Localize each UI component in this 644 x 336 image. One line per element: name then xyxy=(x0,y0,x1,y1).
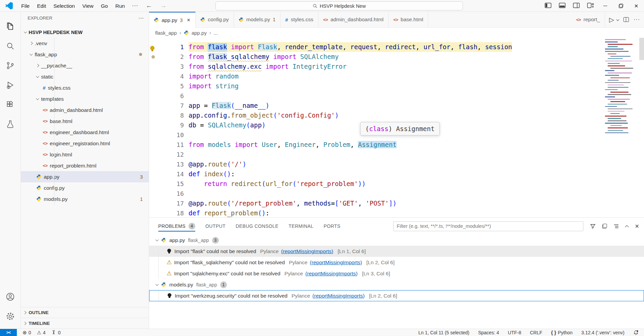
breadcrumb-item[interactable]: app.py xyxy=(192,30,207,36)
nav-back-button[interactable]: ← xyxy=(142,2,156,9)
problem-rule-link[interactable]: (reportMissingImports) xyxy=(312,293,365,299)
tree-root-folder[interactable]: HSVP HELPDESK NEW xyxy=(21,27,149,38)
problems-group-header[interactable]: models.pyflask_app1 xyxy=(149,279,644,290)
problems-group-header[interactable]: app.pyflask_app3 xyxy=(149,235,644,246)
tree-item-report-problem-html[interactable]: <>report_problem.html xyxy=(21,160,149,171)
tree-item-flask-app[interactable]: flask_app xyxy=(21,49,149,60)
panel-tab-problems[interactable]: PROBLEMS4 xyxy=(158,218,195,235)
indent-guide xyxy=(158,257,159,268)
vscode-logo-icon xyxy=(5,2,13,9)
close-button[interactable]: ✕ xyxy=(629,0,644,12)
settings-icon[interactable] xyxy=(3,306,18,326)
status-error[interactable]: ⊗0 xyxy=(23,330,31,336)
split-editor-icon[interactable] xyxy=(623,17,629,22)
tree-item-base-html[interactable]: <>base.html xyxy=(21,116,149,127)
filter-icon[interactable] xyxy=(590,224,596,229)
menu-run[interactable]: Run xyxy=(111,0,128,12)
status-utf-8[interactable]: UTF-8 xyxy=(508,330,521,335)
command-center-search[interactable]: HSVP Helpdesk New xyxy=(215,1,463,10)
status-python[interactable]: { }Python xyxy=(551,330,573,335)
toggle-sidebar-icon[interactable] xyxy=(545,3,551,9)
tree-item-engineer-registration-html[interactable]: <>engineer_registration.html xyxy=(21,138,149,149)
menu-file[interactable]: File xyxy=(18,0,33,12)
status-spaces-[interactable]: Spaces: 4 xyxy=(478,330,499,335)
menu-go[interactable]: Go xyxy=(97,0,112,12)
remote-indicator[interactable]: >< xyxy=(0,329,17,336)
minimize-button[interactable] xyxy=(598,0,613,12)
tab-config-py[interactable]: config.py xyxy=(196,12,234,27)
tree-item--pycache-[interactable]: __pycache__ xyxy=(21,60,149,71)
section-outline[interactable]: OUTLINE xyxy=(21,307,149,318)
tab-base-html[interactable]: <>base.html xyxy=(388,12,428,27)
tree-item--venv[interactable]: .venv xyxy=(21,38,149,49)
tree-item-app-py[interactable]: app.py3 xyxy=(21,171,149,182)
status-radio-tower[interactable]: 0 xyxy=(51,330,61,335)
status-crlf[interactable]: CRLF xyxy=(530,330,542,335)
tree-item-styles-css[interactable]: #styles.css xyxy=(21,82,149,93)
tree-item-static[interactable]: static xyxy=(21,71,149,82)
tree-item-templates[interactable]: templates xyxy=(21,93,149,104)
panel-tab-debug-console[interactable]: DEBUG CONSOLE xyxy=(236,218,278,235)
problem-row[interactable]: Import "flask" could not be resolvedPyla… xyxy=(149,246,644,257)
tab-app-py[interactable]: app.py3✕ xyxy=(149,12,196,28)
menu-view[interactable]: View xyxy=(78,0,97,12)
tree-item-models-py[interactable]: models.py1 xyxy=(21,193,149,205)
panel-tab-output[interactable]: OUTPUT xyxy=(205,218,226,235)
close-panel-icon[interactable]: ✕ xyxy=(635,223,639,230)
tab-report-[interactable]: <>report_ xyxy=(571,12,605,27)
problem-row[interactable]: ⚠Import "sqlalchemy.exc" could not be re… xyxy=(149,268,644,279)
tree-item-login-html[interactable]: <>login.html xyxy=(21,149,149,160)
tree-item-engineer-dashboard-html[interactable]: <>engineer_dashboard.html xyxy=(21,127,149,138)
tab-label: models.py xyxy=(246,17,270,23)
tree-item-label: flask_app xyxy=(35,52,57,58)
status-3-12-4[interactable]: 3.12.4 ('.venv': venv) xyxy=(581,330,624,335)
source-control-icon[interactable] xyxy=(3,56,18,75)
tab-admin-dashboard-html[interactable]: <>admin_dashboard.html xyxy=(318,12,388,27)
section-timeline[interactable]: TIMELINE xyxy=(21,318,149,329)
account-icon[interactable] xyxy=(3,287,18,306)
tree-item-config-py[interactable]: config.py xyxy=(21,182,149,193)
toggle-secondary-sidebar-icon[interactable] xyxy=(573,3,580,9)
quick-fix-lightbulb-icon[interactable] xyxy=(150,44,155,52)
restore-button[interactable] xyxy=(613,0,629,12)
breadcrumb-item[interactable]: ... xyxy=(214,30,218,36)
tab-close-icon[interactable]: ✕ xyxy=(187,18,191,23)
problem-rule-link[interactable]: (reportMissingImports) xyxy=(310,259,362,266)
view-as-tree-icon[interactable] xyxy=(614,224,619,228)
code-editor[interactable]: 1from flask import Flask, render_templat… xyxy=(149,38,644,217)
problem-rule-link[interactable]: (reportMissingImports) xyxy=(305,271,358,277)
run-dropdown-icon[interactable] xyxy=(616,18,619,21)
problem-row[interactable]: Import "werkzeug.security" could not be … xyxy=(149,290,644,301)
tab-styles-css[interactable]: #styles.css xyxy=(280,12,318,27)
problem-row[interactable]: ⚠Import "flask_sqlalchemy" could not be … xyxy=(149,257,644,268)
status-bell[interactable] xyxy=(633,330,639,335)
explorer-more-actions-icon[interactable]: ⋯ xyxy=(138,15,144,21)
minimap[interactable] xyxy=(605,39,639,135)
search-icon[interactable] xyxy=(3,36,18,56)
problem-rule-link[interactable]: (reportMissingImports) xyxy=(281,248,333,254)
editor-scrollbar[interactable] xyxy=(639,38,644,60)
menu-selection[interactable]: Selection xyxy=(50,0,79,12)
menu-more-button[interactable]: ··· xyxy=(129,3,142,9)
maximize-panel-icon[interactable] xyxy=(625,225,628,227)
collapse-all-icon[interactable] xyxy=(602,224,607,228)
toggle-panel-icon[interactable] xyxy=(559,3,566,9)
extensions-icon[interactable] xyxy=(3,95,18,114)
tree-item-admin-dashboard-html[interactable]: <>admin_dashboard.html xyxy=(21,104,149,116)
menu-edit[interactable]: Edit xyxy=(33,0,50,12)
status-text: UTF-8 xyxy=(508,330,521,335)
run-python-file-icon[interactable]: ▷ xyxy=(609,16,614,24)
problem-count-badge: 1 xyxy=(140,196,143,202)
explorer-icon[interactable] xyxy=(3,17,18,36)
tab-models-py[interactable]: models.py1 xyxy=(234,12,281,27)
problems-filter-input[interactable] xyxy=(393,221,583,231)
breadcrumb-item[interactable]: flask_app xyxy=(155,30,177,36)
status-warning[interactable]: ⚠4 xyxy=(37,330,45,335)
status-ln[interactable]: Ln 1, Col 11 (5 selected) xyxy=(418,330,470,335)
run-debug-icon[interactable] xyxy=(3,75,18,95)
testing-icon[interactable] xyxy=(3,114,18,134)
editor-more-actions-icon[interactable]: ··· xyxy=(634,17,640,23)
panel-tab-ports[interactable]: PORTS xyxy=(324,218,340,235)
customize-layout-icon[interactable] xyxy=(587,3,594,9)
panel-tab-terminal[interactable]: TERMINAL xyxy=(289,218,313,235)
